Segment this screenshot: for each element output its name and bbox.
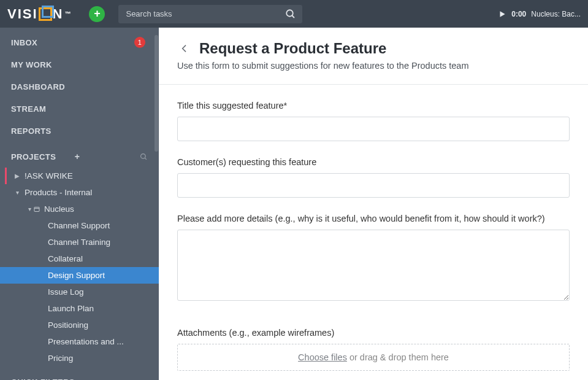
tree-label: Channel Training bbox=[48, 238, 110, 247]
quick-filters-label: QUICK FILTERS bbox=[11, 378, 75, 380]
tree-label: Positioning bbox=[48, 320, 88, 330]
page-title: Request a Product Feature bbox=[199, 40, 386, 57]
tree-item-issue-log[interactable]: Issue Log bbox=[0, 284, 159, 300]
nav-projects[interactable]: PROJECTS + bbox=[0, 145, 159, 168]
nav-item-stream[interactable]: STREAM bbox=[0, 98, 159, 120]
sidebar-scrollbar[interactable] bbox=[154, 28, 159, 380]
folder-icon bbox=[33, 206, 42, 213]
logo-tm: ™ bbox=[64, 10, 72, 17]
add-project-icon[interactable]: + bbox=[75, 152, 80, 161]
tree-item-pricing[interactable]: Pricing bbox=[0, 350, 159, 366]
nav-label: DASHBOARD bbox=[11, 82, 148, 91]
tree-nucleus[interactable]: ▾ Nucleus bbox=[0, 201, 159, 217]
logo-text-pre: VISI bbox=[7, 6, 38, 22]
search-input[interactable] bbox=[118, 5, 302, 23]
attachments-dropzone[interactable]: Choose files or drag & drop them here bbox=[177, 344, 570, 371]
choose-files-link[interactable]: Choose files bbox=[298, 352, 347, 362]
tree-label: Products - Internal bbox=[25, 188, 92, 197]
tree-label: Launch Plan bbox=[48, 304, 94, 313]
tree-label: Channel Support bbox=[48, 221, 110, 230]
project-search-icon[interactable] bbox=[140, 153, 148, 161]
nav-item-inbox[interactable]: INBOX1 bbox=[0, 31, 159, 53]
tree-label: !ASK WRIKE bbox=[25, 171, 73, 180]
tree-label: Issue Log bbox=[48, 287, 84, 297]
nav-item-dashboard[interactable]: DASHBOARD bbox=[0, 76, 159, 98]
tree-item-channel-support[interactable]: Channel Support bbox=[0, 217, 159, 234]
tree-label: Nucleus bbox=[44, 204, 74, 214]
scrollbar-thumb[interactable] bbox=[155, 35, 158, 152]
nav-label-projects: PROJECTS bbox=[11, 152, 71, 161]
details-textarea[interactable] bbox=[177, 230, 570, 301]
tree-label: Collateral bbox=[48, 254, 83, 263]
tree-root-ask-wrike[interactable]: ▶ !ASK WRIKE bbox=[0, 168, 159, 184]
tree-label: Presentations and ... bbox=[48, 337, 124, 346]
nav-label: REPORTS bbox=[11, 126, 148, 136]
timer-task[interactable]: Nucleus: Bac... bbox=[531, 10, 581, 18]
chevron-right-icon: ▶ bbox=[13, 173, 21, 179]
tree-item-launch-plan[interactable]: Launch Plan bbox=[0, 300, 159, 317]
nav-primary: INBOX1MY WORKDASHBOARDSTREAMREPORTS bbox=[0, 28, 159, 145]
tree-item-collateral[interactable]: Collateral bbox=[0, 250, 159, 267]
timer-widget: 0:00 Nucleus: Bac... bbox=[498, 10, 581, 18]
tree-item-channel-training[interactable]: Channel Training bbox=[0, 234, 159, 250]
content-area: Request a Product Feature Use this form … bbox=[159, 28, 588, 380]
svg-point-3 bbox=[141, 153, 146, 158]
svg-point-0 bbox=[287, 10, 294, 17]
nav-item-reports[interactable]: REPORTS bbox=[0, 120, 159, 142]
app-header: VISI N ™ + 0:00 Nucleus: Bac... bbox=[0, 0, 588, 28]
customers-input[interactable] bbox=[177, 173, 570, 198]
quick-filters-header[interactable]: QUICK FILTERS bbox=[0, 371, 159, 380]
divider bbox=[159, 84, 588, 85]
chevron-down-icon: ▾ bbox=[13, 189, 21, 196]
nav-label: STREAM bbox=[11, 104, 148, 114]
logo-o-icon bbox=[39, 7, 52, 21]
logo-text-post: N bbox=[53, 6, 64, 22]
svg-line-4 bbox=[145, 158, 147, 160]
svg-rect-5 bbox=[34, 207, 39, 211]
field-title-label: Title this suggested feature* bbox=[177, 101, 570, 111]
tree-item-presentations-and[interactable]: Presentations and ... bbox=[0, 333, 159, 350]
chevron-down-icon: ▾ bbox=[26, 206, 33, 212]
tree-item-positioning[interactable]: Positioning bbox=[0, 317, 159, 333]
svg-line-1 bbox=[292, 15, 295, 18]
tree-label: Pricing bbox=[48, 354, 73, 363]
search-icon[interactable] bbox=[285, 9, 296, 20]
tree-label: Design Support bbox=[48, 271, 105, 280]
feature-title-input[interactable] bbox=[177, 117, 570, 141]
sidebar: INBOX1MY WORKDASHBOARDSTREAMREPORTS PROJ… bbox=[0, 28, 159, 380]
tree-item-design-support[interactable]: Design Support bbox=[0, 267, 159, 284]
drop-hint: or drag & drop them here bbox=[349, 352, 449, 362]
timer-time: 0:00 bbox=[511, 10, 526, 18]
field-customers-label: Customer(s) requesting this feature bbox=[177, 157, 570, 167]
logo: VISI N ™ bbox=[7, 6, 72, 22]
search-wrap bbox=[118, 5, 302, 23]
nav-label: INBOX bbox=[11, 38, 134, 47]
back-button[interactable] bbox=[177, 42, 192, 55]
plus-icon: + bbox=[94, 7, 101, 20]
add-button[interactable]: + bbox=[89, 6, 105, 22]
field-details-label: Please add more details (e.g., why is it… bbox=[177, 214, 570, 223]
field-attachments-label: Attachments (e.g., example wireframes) bbox=[177, 328, 570, 338]
tree-root-products[interactable]: ▾ Products - Internal bbox=[0, 184, 159, 201]
project-tree: ▶ !ASK WRIKE ▾ Products - Internal ▾ Nuc… bbox=[0, 168, 159, 371]
page-subtitle: Use this form to submit suggestions for … bbox=[177, 61, 570, 71]
notification-badge: 1 bbox=[134, 37, 145, 48]
nav-item-my-work[interactable]: MY WORK bbox=[0, 53, 159, 76]
play-icon[interactable] bbox=[498, 10, 506, 18]
svg-marker-2 bbox=[500, 11, 505, 17]
nav-label: MY WORK bbox=[11, 60, 148, 69]
